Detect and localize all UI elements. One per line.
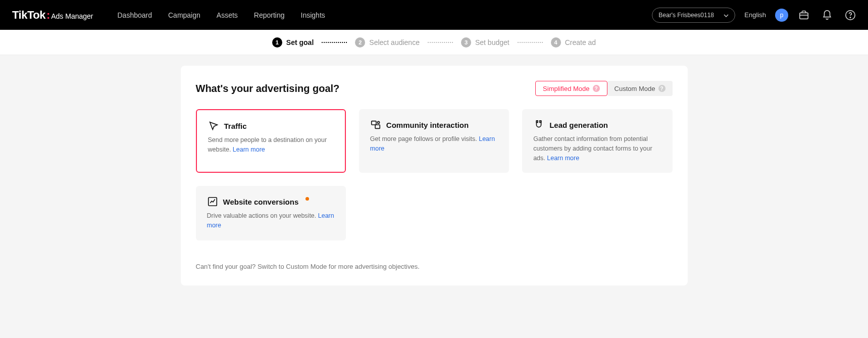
svg-rect-3 [372, 121, 376, 125]
account-selector[interactable]: Bear's Frisbees0118 [652, 8, 735, 23]
top-nav: Dashboard Campaign Assets Reporting Insi… [117, 11, 325, 19]
bell-icon[interactable] [822, 10, 833, 21]
account-name: Bear's Frisbees0118 [658, 12, 714, 19]
chart-up-icon [207, 196, 218, 207]
step-separator [428, 42, 453, 43]
goal-description: Drive valuable actions on your website. … [207, 211, 335, 230]
card-header: What's your advertising goal? Simplified… [196, 81, 673, 96]
brand-sub: Ads Manager [51, 12, 93, 20]
goal-title: Website conversions [223, 198, 299, 206]
mode-label: Custom Mode [615, 85, 655, 92]
page-title: What's your advertising goal? [196, 83, 340, 94]
svg-point-2 [850, 17, 850, 17]
goal-community-interaction[interactable]: Community interaction Get more page foll… [359, 109, 509, 173]
goal-footnote: Can't find your goal? Switch to Custom M… [196, 263, 673, 270]
learn-more-link[interactable]: Learn more [547, 155, 579, 162]
goal-grid: Traffic Send more people to a destinatio… [196, 109, 673, 240]
svg-point-5 [377, 121, 379, 123]
wizard-steps: 1 Set goal 2 Select audience 3 Set budge… [0, 30, 868, 55]
help-badge-icon: ? [658, 85, 666, 92]
goal-description: Send more people to a destination on you… [208, 135, 334, 155]
mode-toggle: Simplified Mode ? Custom Mode ? [535, 81, 672, 96]
nav-campaign[interactable]: Campaign [168, 11, 200, 19]
goal-lead-generation[interactable]: Lead generation Gather contact informati… [522, 109, 672, 173]
help-icon[interactable] [845, 10, 856, 21]
step-label: Set goal [286, 38, 314, 46]
mode-label: Simplified Mode [543, 85, 590, 92]
step-separator [518, 42, 543, 43]
step-label: Select audience [369, 38, 420, 46]
mode-simplified-button[interactable]: Simplified Mode ? [535, 81, 607, 96]
svg-rect-4 [375, 125, 380, 128]
nav-dashboard[interactable]: Dashboard [117, 11, 152, 19]
step-label: Set budget [475, 38, 509, 46]
mode-custom-button[interactable]: Custom Mode ? [607, 81, 673, 96]
brand-colon: : [46, 9, 50, 22]
step-create-ad[interactable]: 4 Create ad [551, 37, 596, 47]
svg-rect-0 [800, 13, 808, 19]
goal-description: Gather contact information from potentia… [533, 134, 661, 163]
step-select-audience[interactable]: 2 Select audience [355, 37, 420, 47]
brand-main: TikTok [12, 9, 45, 22]
goal-title: Lead generation [549, 121, 608, 129]
goal-description: Get more page follows or profile visits.… [370, 134, 498, 154]
goal-title: Traffic [224, 122, 247, 130]
help-badge-icon: ? [593, 85, 600, 92]
step-separator [322, 42, 347, 43]
step-number: 2 [355, 37, 365, 47]
step-number: 4 [551, 37, 561, 47]
goal-title: Community interaction [386, 121, 469, 129]
language-selector[interactable]: English [744, 11, 766, 19]
avatar-letter: p [780, 12, 784, 19]
step-label: Create ad [565, 38, 596, 46]
brand-logo: TikTok: Ads Manager [12, 9, 93, 22]
step-number: 1 [272, 37, 282, 47]
cursor-arrow-icon [208, 120, 219, 131]
goal-card: What's your advertising goal? Simplified… [181, 66, 688, 285]
community-icon [370, 119, 381, 130]
step-set-goal[interactable]: 1 Set goal [272, 37, 314, 47]
top-header: TikTok: Ads Manager Dashboard Campaign A… [0, 0, 868, 30]
user-avatar[interactable]: p [775, 9, 788, 22]
goal-website-conversions[interactable]: Website conversions Drive valuable actio… [196, 186, 346, 240]
learn-more-link[interactable]: Learn more [233, 146, 265, 153]
step-set-budget[interactable]: 3 Set budget [461, 37, 509, 47]
step-number: 3 [461, 37, 471, 47]
chevron-down-icon [724, 13, 729, 18]
magnet-icon [533, 119, 544, 130]
nav-assets[interactable]: Assets [217, 11, 238, 19]
goal-traffic[interactable]: Traffic Send more people to a destinatio… [196, 109, 346, 173]
nav-reporting[interactable]: Reporting [254, 11, 285, 19]
nav-insights[interactable]: Insights [301, 11, 325, 19]
new-indicator-dot-icon [305, 197, 309, 201]
briefcase-icon[interactable] [798, 10, 809, 21]
